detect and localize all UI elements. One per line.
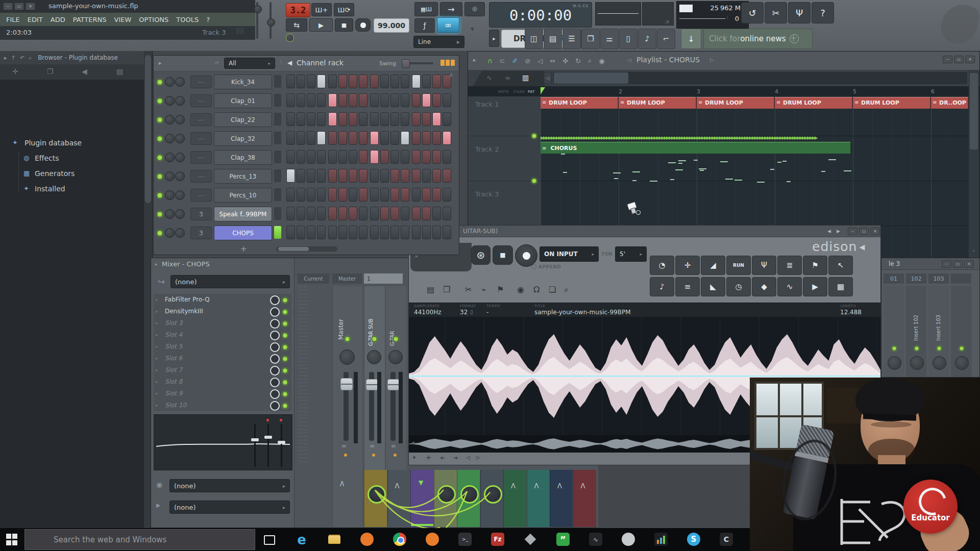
menu-file[interactable]: FILE (6, 16, 20, 23)
step-8[interactable] (359, 131, 368, 145)
toolbar-stepseq-icon[interactable]: ▤ (544, 29, 562, 49)
drum-loop-clip-5[interactable]: ≡DRUM LOOP (853, 97, 930, 109)
channel-volume-knob[interactable] (175, 77, 185, 87)
drum-loop-clip-3[interactable]: ≡DRUM LOOP (697, 97, 774, 109)
strip-header-current[interactable]: Current (298, 273, 329, 284)
browser-up-icon[interactable]: ↑ (11, 55, 16, 61)
marker-icon[interactable]: ⚑ (497, 285, 504, 294)
mixer-slot-6[interactable]: ▸Slot 6 (154, 353, 291, 365)
slot-mix-knob[interactable] (270, 366, 280, 375)
step-13[interactable] (412, 169, 421, 183)
step-6[interactable] (338, 131, 347, 145)
menu-help[interactable]: ? (206, 16, 210, 23)
channel-route-box[interactable]: ‒‒ (190, 189, 212, 202)
master-route-arrow[interactable]: ᐱ (340, 481, 344, 488)
insert-col-header-4[interactable] (951, 273, 971, 284)
start-button[interactable] (6, 534, 18, 546)
overview-left-icon[interactable]: ◀ (411, 440, 414, 445)
taskbar-code-icon[interactable]: C (718, 531, 735, 548)
master-led[interactable] (345, 336, 350, 342)
step-12[interactable] (401, 131, 409, 145)
slope-icon[interactable]: ◣ (701, 277, 725, 296)
pedal-button[interactable]: ƒ (414, 18, 435, 33)
typing-keyboard-button[interactable]: ▦Ш (414, 2, 438, 16)
toolbar-picker-icon[interactable]: ◫ (525, 29, 543, 49)
menu-add[interactable]: ADD (51, 16, 65, 23)
channel-route-box[interactable]: ‒‒ (190, 132, 212, 145)
insert-close-button[interactable]: ✕ (964, 260, 974, 268)
edison-for-value[interactable]: 5' ▸ (615, 246, 647, 262)
channel-pan-knob[interactable] (165, 134, 175, 143)
step-2[interactable] (297, 207, 305, 220)
channel-pan-knob[interactable] (165, 96, 175, 106)
step-11[interactable] (390, 150, 399, 164)
prev-marker-icon[interactable]: ⇤ (440, 455, 445, 461)
region-icon[interactable]: ❏ (549, 285, 556, 294)
channel-pan-knob[interactable] (165, 190, 175, 200)
step-6[interactable] (338, 226, 347, 239)
eq-low-slider[interactable] (254, 424, 256, 467)
step-1[interactable] (286, 150, 295, 164)
pat-toggle[interactable]: PAT (528, 90, 535, 94)
insert-col-header-3[interactable]: 103 (928, 273, 949, 284)
step-2[interactable] (297, 131, 305, 145)
insert-strip-led[interactable] (914, 346, 919, 351)
step-12[interactable] (401, 226, 409, 239)
playlist-maximize-button[interactable]: ▭ (954, 56, 964, 63)
pattern-add-button[interactable]: Ш+ (311, 3, 332, 16)
step-9[interactable] (370, 150, 379, 164)
step-9[interactable] (370, 74, 379, 88)
channel-route-box[interactable]: ‒‒ (190, 94, 212, 107)
step-7[interactable] (349, 93, 357, 107)
step-13[interactable] (412, 112, 421, 126)
step-10[interactable] (380, 169, 389, 183)
oscilloscope[interactable] (595, 2, 641, 26)
taskbar-edge-icon[interactable]: e (293, 531, 310, 548)
channel-volume-knob[interactable] (175, 115, 185, 124)
channel-volume-knob[interactable] (175, 171, 185, 181)
menu-options[interactable]: OPTIONS (139, 16, 168, 23)
toolbar-plugin-icon[interactable]: ♪ (638, 29, 656, 49)
menu-tools[interactable]: TOOLS (176, 16, 199, 23)
undo-history-icon[interactable]: ↺ (741, 2, 764, 23)
strip-2-pan-knob[interactable] (388, 350, 403, 364)
step-13[interactable] (412, 188, 421, 202)
slip-icon[interactable]: ⊂ (500, 57, 505, 65)
slot-enable-led[interactable] (282, 333, 288, 338)
master-fader-handle[interactable] (340, 378, 353, 390)
next-marker-icon[interactable]: ⇥ (453, 455, 457, 461)
slot-enable-led[interactable] (282, 391, 288, 397)
stop-button[interactable]: ■ (335, 18, 353, 32)
chevron-down-icon[interactable]: ▼ (471, 27, 474, 32)
menu-patterns[interactable]: PATTERNS (73, 16, 107, 23)
edison-prev-icon[interactable]: ◀ (827, 229, 831, 234)
step-2[interactable] (297, 150, 305, 164)
playlist-close-button[interactable]: ✕ (965, 56, 975, 63)
step-11[interactable] (390, 74, 399, 88)
step-8[interactable] (359, 188, 368, 202)
send-swap-icon[interactable]: ↪ (155, 276, 167, 288)
insert-strip-2[interactable]: Insert 102 (906, 286, 926, 377)
channel-led[interactable] (157, 98, 163, 104)
track-1-arm-led[interactable] (531, 133, 537, 139)
mic-icon[interactable]: Ψ (752, 256, 776, 275)
eq-high-slider[interactable] (281, 424, 282, 467)
step-11[interactable] (390, 169, 399, 183)
step-4[interactable] (317, 169, 326, 183)
step-13[interactable] (412, 207, 421, 220)
taskbar-skype-icon[interactable]: S (685, 531, 702, 548)
slide-icon[interactable]: ⇔ (550, 57, 555, 65)
playlist-prev-icon[interactable]: ◁ (627, 57, 631, 63)
toolbar-songlist-icon[interactable]: ☰ (562, 29, 581, 49)
step-1[interactable] (286, 188, 295, 202)
step-14[interactable] (422, 150, 431, 164)
strip-2-fader-handle[interactable] (387, 379, 400, 390)
step-15[interactable] (432, 131, 441, 145)
step-15[interactable] (432, 207, 441, 220)
step-3[interactable] (307, 131, 315, 145)
send-icon[interactable]: ▶ (803, 277, 827, 296)
mixer-slot-7[interactable]: ▸Slot 7 (154, 364, 291, 377)
channel-route-box[interactable]: ‒‒ (190, 76, 212, 88)
step-8[interactable] (359, 93, 368, 107)
step-2[interactable] (297, 226, 305, 239)
